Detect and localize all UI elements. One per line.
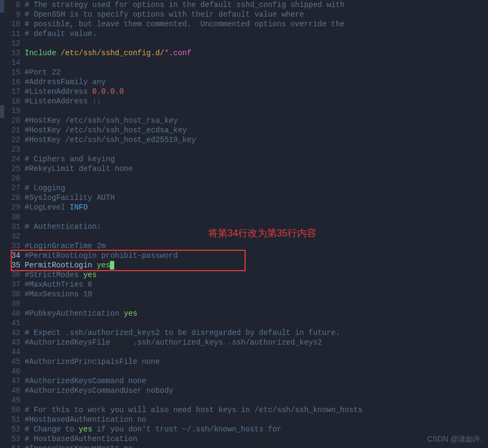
code-line[interactable]: # Logging <box>25 183 488 193</box>
code-line[interactable]: #Port 22 <box>25 68 488 77</box>
code-content[interactable]: # The strategy used for options in the d… <box>25 0 488 448</box>
code-line[interactable]: #LoginGraceTime 2m <box>25 241 488 251</box>
line-number: 15 <box>0 68 20 77</box>
line-number-gutter: 8910111213141516171819202122232425262728… <box>0 0 25 448</box>
line-number: 41 <box>0 318 20 328</box>
line-number: 40 <box>0 309 20 318</box>
code-line[interactable]: Include /etc/ssh/sshd_config.d/*.conf <box>25 48 488 58</box>
code-line[interactable]: #AuthorizedKeysCommandUser nobody <box>25 386 488 395</box>
line-number: 50 <box>0 405 20 415</box>
code-line[interactable]: # Change to yes if you don't trust ~/.ss… <box>25 424 488 434</box>
line-number: 35 <box>0 260 20 270</box>
line-number: 34 <box>0 251 20 260</box>
code-line[interactable]: #PubkeyAuthentication yes <box>25 309 488 318</box>
line-number: 22 <box>0 135 20 145</box>
code-line[interactable] <box>25 145 488 154</box>
line-number: 45 <box>0 357 20 367</box>
code-editor[interactable]: 8910111213141516171819202122232425262728… <box>0 0 488 448</box>
code-line[interactable]: #SyslogFacility AUTH <box>25 193 488 203</box>
line-number: 25 <box>0 164 20 174</box>
watermark: CSDN @清如许. <box>427 434 483 444</box>
line-number: 44 <box>0 347 20 357</box>
code-line[interactable]: # default value. <box>25 29 488 39</box>
line-number: 23 <box>0 145 20 154</box>
code-line[interactable]: # possible, but leave them commented. Un… <box>25 19 488 29</box>
line-number: 43 <box>0 338 20 347</box>
line-number: 17 <box>0 87 20 96</box>
code-line[interactable] <box>25 212 488 222</box>
line-number: 13 <box>0 48 20 58</box>
code-line[interactable]: #LogLevel INFO <box>25 203 488 212</box>
line-number: 32 <box>0 232 20 241</box>
code-line[interactable]: #HostKey /etc/ssh/ssh_host_ecdsa_key <box>25 125 488 135</box>
line-number: 48 <box>0 386 20 395</box>
line-number: 47 <box>0 376 20 386</box>
code-line[interactable] <box>25 299 488 309</box>
line-number: 16 <box>0 77 20 87</box>
line-number: 12 <box>0 39 20 48</box>
code-line[interactable]: PermitRootLogin yes <box>25 260 488 270</box>
code-line[interactable]: #AuthorizedKeysFile .ssh/authorized_keys… <box>25 338 488 347</box>
line-number: 8 <box>0 0 20 10</box>
code-line[interactable] <box>25 106 488 116</box>
code-line[interactable]: #HostKey /etc/ssh/ssh_host_rsa_key <box>25 116 488 125</box>
code-line[interactable]: #ListenAddress :: <box>25 96 488 106</box>
text-cursor <box>110 261 114 270</box>
code-line[interactable]: # Ciphers and keying <box>25 154 488 164</box>
line-number: 39 <box>0 299 20 309</box>
line-number: 14 <box>0 58 20 68</box>
line-number: 38 <box>0 289 20 299</box>
code-line[interactable]: #RekeyLimit default none <box>25 164 488 174</box>
code-line[interactable] <box>25 174 488 183</box>
line-number: 31 <box>0 222 20 232</box>
line-number: 46 <box>0 367 20 376</box>
code-line[interactable]: #MaxSessions 10 <box>25 289 488 299</box>
code-line[interactable]: #HostbasedAuthentication no <box>25 415 488 424</box>
line-number: 30 <box>0 212 20 222</box>
code-line[interactable]: # Expect .ssh/authorized_keys2 to be dis… <box>25 328 488 338</box>
code-line[interactable]: # For this to work you will also need ho… <box>25 405 488 415</box>
line-number: 53 <box>0 434 20 444</box>
line-number: 51 <box>0 415 20 424</box>
code-line[interactable] <box>25 58 488 68</box>
code-line[interactable]: #AuthorizedPrincipalsFile none <box>25 357 488 367</box>
line-number: 27 <box>0 183 20 193</box>
code-line[interactable] <box>25 39 488 48</box>
line-number: 42 <box>0 328 20 338</box>
line-number: 19 <box>0 106 20 116</box>
line-number: 33 <box>0 241 20 251</box>
line-number: 29 <box>0 203 20 212</box>
code-line[interactable]: #MaxAuthTries 6 <box>25 280 488 289</box>
line-number: 24 <box>0 154 20 164</box>
code-line[interactable]: #AuthorizedKeysCommand none <box>25 376 488 386</box>
line-number: 9 <box>0 10 20 19</box>
code-line[interactable]: # OpenSSH is to specify options with the… <box>25 10 488 19</box>
line-number: 36 <box>0 270 20 280</box>
code-line[interactable] <box>25 318 488 328</box>
code-line[interactable] <box>25 347 488 357</box>
line-number: 37 <box>0 280 20 289</box>
code-line[interactable]: # HostbasedAuthentication <box>25 434 488 444</box>
code-line[interactable]: #AddressFamily any <box>25 77 488 87</box>
line-number: 11 <box>0 29 20 39</box>
code-line[interactable] <box>25 367 488 376</box>
line-number: 10 <box>0 19 20 29</box>
code-line[interactable]: #PermitRootLogin prohibit-password <box>25 251 488 260</box>
annotation-text: 将第34行改为第35行内容 <box>208 228 316 238</box>
line-number: 49 <box>0 395 20 405</box>
line-number: 28 <box>0 193 20 203</box>
line-number: 21 <box>0 125 20 135</box>
line-number: 52 <box>0 424 20 434</box>
line-number: 54 <box>0 444 20 448</box>
line-number: 18 <box>0 96 20 106</box>
code-line[interactable]: #HostKey /etc/ssh/ssh_host_ed25519_key <box>25 135 488 145</box>
code-line[interactable] <box>25 395 488 405</box>
code-line[interactable]: #ListenAddress 0.0.0.0 <box>25 87 488 96</box>
line-number: 26 <box>0 174 20 183</box>
code-line[interactable]: #IgnoreUserKnownHosts no <box>25 444 488 448</box>
code-line[interactable]: # The strategy used for options in the d… <box>25 0 488 10</box>
line-number: 20 <box>0 116 20 125</box>
code-line[interactable]: #StrictModes yes <box>25 270 488 280</box>
